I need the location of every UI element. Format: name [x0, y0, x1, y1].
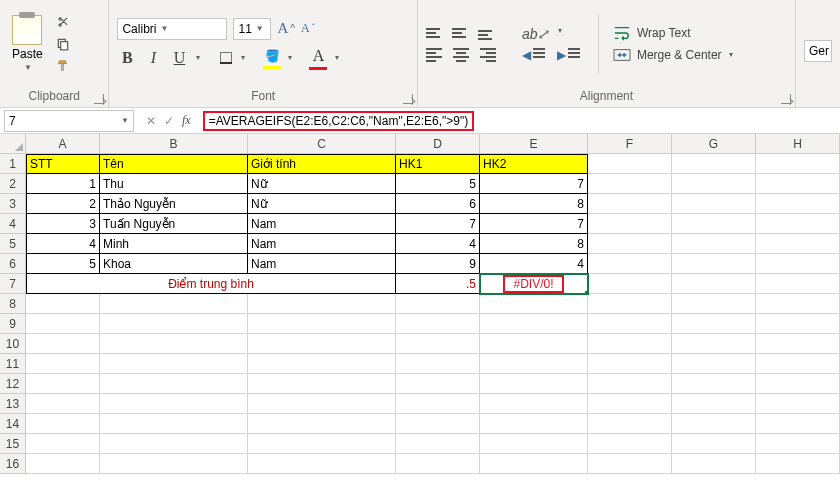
- cell[interactable]: 7: [396, 214, 480, 234]
- spreadsheet-grid[interactable]: A B C D E F G H 1 2 3 4 5 6 7 8 9 10: [0, 134, 840, 500]
- summary-label-cell[interactable]: Điểm trung bình: [26, 274, 396, 294]
- col-header[interactable]: H: [756, 134, 840, 154]
- row-header[interactable]: 9: [0, 314, 26, 334]
- cell[interactable]: [756, 194, 840, 214]
- cell[interactable]: [756, 454, 840, 474]
- cell[interactable]: [672, 154, 756, 174]
- cell[interactable]: [588, 274, 672, 294]
- cell[interactable]: [26, 374, 100, 394]
- cell[interactable]: [672, 274, 756, 294]
- cell[interactable]: [100, 354, 248, 374]
- cell[interactable]: [396, 294, 480, 314]
- cell[interactable]: 3: [26, 214, 100, 234]
- row-header[interactable]: 1: [0, 154, 26, 174]
- cell[interactable]: [588, 434, 672, 454]
- cell[interactable]: [588, 234, 672, 254]
- cell[interactable]: [672, 334, 756, 354]
- cell[interactable]: [100, 294, 248, 314]
- cell[interactable]: 6: [396, 194, 480, 214]
- cell[interactable]: Nữ: [248, 194, 396, 214]
- cell[interactable]: [26, 454, 100, 474]
- cell[interactable]: [672, 414, 756, 434]
- row-header[interactable]: 2: [0, 174, 26, 194]
- cell[interactable]: [588, 154, 672, 174]
- copy-button[interactable]: [53, 35, 73, 53]
- cell[interactable]: [480, 334, 588, 354]
- align-right-button[interactable]: [478, 48, 496, 62]
- dialog-launcher-icon[interactable]: [403, 94, 413, 104]
- row-headers[interactable]: 1 2 3 4 5 6 7 8 9 10 11 12 13 14 15 16: [0, 154, 26, 474]
- borders-button[interactable]: [218, 50, 234, 66]
- cell[interactable]: [672, 394, 756, 414]
- cell[interactable]: [100, 434, 248, 454]
- summary-hk2-cell[interactable]: #DIV/0!: [480, 274, 588, 294]
- cell[interactable]: [26, 414, 100, 434]
- cell[interactable]: [672, 374, 756, 394]
- cell[interactable]: [480, 454, 588, 474]
- cell[interactable]: [672, 434, 756, 454]
- cell[interactable]: [248, 434, 396, 454]
- cell[interactable]: [672, 454, 756, 474]
- cell[interactable]: [396, 454, 480, 474]
- cell[interactable]: [672, 294, 756, 314]
- align-middle-button[interactable]: [452, 26, 470, 40]
- wrap-text-button[interactable]: Wrap Text: [613, 25, 733, 41]
- align-top-button[interactable]: [426, 26, 444, 40]
- cell[interactable]: [396, 394, 480, 414]
- cell[interactable]: [100, 334, 248, 354]
- cell[interactable]: [588, 174, 672, 194]
- row-header[interactable]: 11: [0, 354, 26, 374]
- row-header[interactable]: 13: [0, 394, 26, 414]
- cell[interactable]: [396, 414, 480, 434]
- cell[interactable]: [756, 174, 840, 194]
- cell[interactable]: [756, 434, 840, 454]
- cell[interactable]: [248, 334, 396, 354]
- row-header[interactable]: 5: [0, 234, 26, 254]
- col-header[interactable]: D: [396, 134, 480, 154]
- cell[interactable]: [396, 354, 480, 374]
- cell[interactable]: [588, 454, 672, 474]
- cell[interactable]: Minh: [100, 234, 248, 254]
- cell[interactable]: Khoa: [100, 254, 248, 274]
- merge-center-button[interactable]: Merge & Center ▾: [613, 47, 733, 63]
- cell[interactable]: [26, 294, 100, 314]
- fill-color-button[interactable]: 🪣: [263, 47, 281, 69]
- col-header[interactable]: A: [26, 134, 100, 154]
- cell[interactable]: 5: [396, 174, 480, 194]
- cell[interactable]: [396, 434, 480, 454]
- cell[interactable]: 8: [480, 194, 588, 214]
- row-header[interactable]: 8: [0, 294, 26, 314]
- paste-button[interactable]: Paste ▼: [8, 15, 47, 72]
- cell[interactable]: 1: [26, 174, 100, 194]
- cell[interactable]: HK2: [480, 154, 588, 174]
- row-header[interactable]: 15: [0, 434, 26, 454]
- cell[interactable]: [100, 394, 248, 414]
- cell[interactable]: [588, 294, 672, 314]
- cell[interactable]: [672, 254, 756, 274]
- cell[interactable]: Nam: [248, 254, 396, 274]
- cell[interactable]: 8: [480, 234, 588, 254]
- cell[interactable]: [672, 314, 756, 334]
- cell[interactable]: [100, 414, 248, 434]
- cell[interactable]: [672, 354, 756, 374]
- decrease-indent-button[interactable]: ◀: [522, 48, 549, 62]
- cell[interactable]: [396, 374, 480, 394]
- cell[interactable]: Thảo Nguyễn: [100, 194, 248, 214]
- cell[interactable]: [480, 394, 588, 414]
- cell[interactable]: [588, 374, 672, 394]
- summary-hk1-cell[interactable]: .5: [396, 274, 480, 294]
- row-header[interactable]: 4: [0, 214, 26, 234]
- cell[interactable]: [100, 374, 248, 394]
- cell[interactable]: [756, 254, 840, 274]
- cell[interactable]: [756, 274, 840, 294]
- cell[interactable]: [248, 294, 396, 314]
- increase-font-button[interactable]: A^: [277, 20, 295, 37]
- cell[interactable]: [756, 234, 840, 254]
- cell[interactable]: [588, 194, 672, 214]
- cell[interactable]: [756, 294, 840, 314]
- cell[interactable]: [248, 414, 396, 434]
- cell[interactable]: Giới tính: [248, 154, 396, 174]
- cell[interactable]: 5: [26, 254, 100, 274]
- cell[interactable]: 4: [26, 234, 100, 254]
- cell[interactable]: [756, 394, 840, 414]
